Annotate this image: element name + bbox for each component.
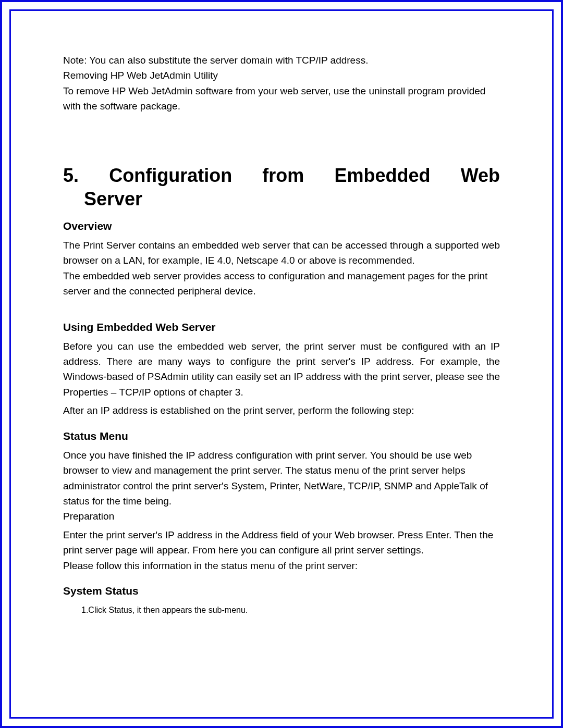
status-menu-preparation: Preparation xyxy=(63,509,500,524)
status-menu-p3: Please follow this information in the st… xyxy=(63,558,500,573)
chapter-title-line2: Server xyxy=(63,187,500,211)
chapter-title-line1: 5. Configuration from Embedded Web xyxy=(63,165,500,186)
system-status-list: Click Status, it then appears the sub-me… xyxy=(63,606,500,615)
page-frame-inner: Note: You can also substitute the server… xyxy=(9,9,554,719)
overview-p1: The Print Server contains an embedded we… xyxy=(63,238,500,268)
intro-note: Note: You can also substitute the server… xyxy=(63,53,500,68)
status-menu-heading: Status Menu xyxy=(63,430,500,442)
overview-p2: The embedded web server provides access … xyxy=(63,268,500,299)
using-p2: After an IP address is established on th… xyxy=(63,403,500,418)
system-status-item1: Click Status, it then appears the sub-me… xyxy=(88,606,248,614)
page-frame-outer: Note: You can also substitute the server… xyxy=(0,0,563,728)
status-menu-p1: Once you have finished the IP address co… xyxy=(63,448,500,509)
intro-removing-body: To remove HP Web JetAdmin software from … xyxy=(63,83,500,114)
overview-heading: Overview xyxy=(63,220,500,232)
using-heading: Using Embedded Web Server xyxy=(63,321,500,334)
intro-removing-title: Removing HP Web JetAdmin Utility xyxy=(63,68,500,83)
using-p1: Before you can use the embedded web serv… xyxy=(63,339,500,400)
chapter-title: 5. Configuration from Embedded Web Serve… xyxy=(63,164,500,211)
list-item: Click Status, it then appears the sub-me… xyxy=(81,606,500,615)
system-status-heading: System Status xyxy=(63,585,500,597)
status-menu-p2: Enter the print server's IP address in t… xyxy=(63,527,500,558)
